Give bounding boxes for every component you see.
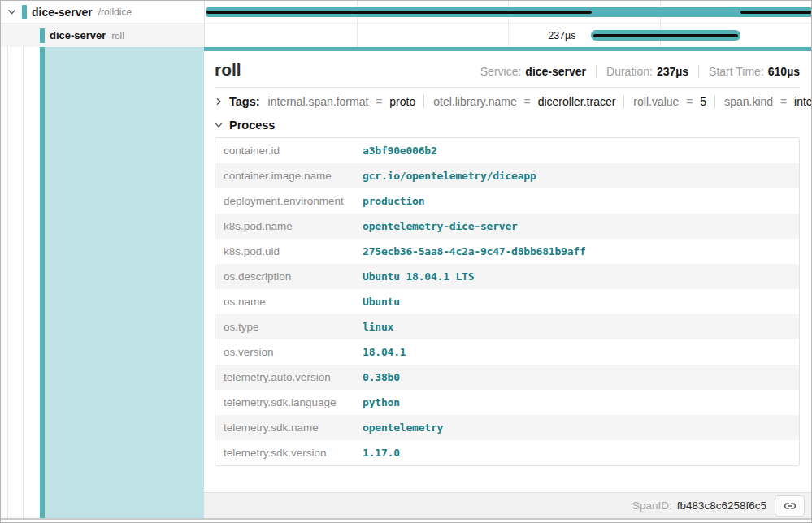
process-value: Ubuntu 18.04.1 LTS xyxy=(363,270,474,283)
meta-value: 237µs xyxy=(657,65,688,78)
table-row: os.description Ubuntu 18.04.1 LTS xyxy=(215,264,799,289)
process-key: telemetry.sdk.language xyxy=(224,396,363,408)
span-indent-column xyxy=(1,47,204,518)
tag-item: roll.value = 5 xyxy=(623,95,706,108)
process-key: container.image.name xyxy=(224,170,363,182)
table-row: telemetry.auto.version 0.38b0 xyxy=(215,365,799,390)
table-row: telemetry.sdk.language python xyxy=(215,390,799,415)
selected-span-highlight xyxy=(45,47,204,518)
tag-item: internal.span.format = proto xyxy=(268,95,416,108)
table-row: container.image.name gcr.io/opentelemetr… xyxy=(215,163,799,188)
process-value: opentelemetry xyxy=(363,421,443,434)
process-header: Process xyxy=(229,119,275,132)
process-key: telemetry.sdk.name xyxy=(224,421,363,434)
process-key: os.type xyxy=(224,321,363,333)
table-row: deployment.environment production xyxy=(215,188,799,214)
tag-value: 5 xyxy=(700,95,706,108)
process-value: 18.04.1 xyxy=(363,346,406,358)
table-row: k8s.pod.name opentelemetry-dice-server xyxy=(215,214,799,239)
process-key: os.version xyxy=(224,346,363,358)
timeline-cell: 237µs xyxy=(204,24,811,47)
process-key: k8s.pod.name xyxy=(224,220,363,232)
operation-name: roll xyxy=(111,31,124,41)
span-detail-panel: roll Service: dice-server Duration: 237µ… xyxy=(204,47,811,518)
tags-accordion[interactable]: Tags: internal.span.format = proto otel.… xyxy=(215,95,800,108)
chevron-down-icon[interactable] xyxy=(7,7,16,16)
critical-path-segment xyxy=(740,11,811,14)
process-value: opentelemetry-dice-server xyxy=(363,220,518,232)
span-title: roll xyxy=(215,60,241,80)
service-name: dice-server xyxy=(50,29,106,41)
process-value: 1.17.0 xyxy=(363,447,400,459)
span-duration-label: 237µs xyxy=(548,30,583,41)
span-tree-entry[interactable]: dice-server /rolldice xyxy=(1,1,204,23)
tag-value: diceroller.tracer xyxy=(538,95,616,108)
table-row: os.type linux xyxy=(215,314,799,339)
span-tree-entry[interactable]: dice-server roll xyxy=(1,24,204,47)
span-detail-footer: SpanID: fb483c8c6258f6c5 xyxy=(204,492,811,518)
process-key: os.description xyxy=(224,270,363,283)
process-key: os.name xyxy=(224,296,363,308)
table-row: k8s.pod.uid 275ecb36-5aa8-4c2a-9c47-d8bb… xyxy=(215,239,799,264)
service-name: dice-server xyxy=(32,6,93,19)
tag-equals: = xyxy=(686,95,693,108)
process-value: linux xyxy=(363,321,393,333)
meta-label: Start Time: xyxy=(709,65,764,78)
process-table: container.id a3bf90e006b2 container.imag… xyxy=(215,137,800,466)
meta-value: dice-server xyxy=(525,65,586,78)
span-row-roll[interactable]: dice-server roll 237µs xyxy=(1,24,811,47)
tags-header: Tags: xyxy=(229,95,260,108)
timeline-gridline xyxy=(357,24,358,47)
tag-item: otel.library.name = diceroller.tracer xyxy=(423,95,615,108)
critical-path-segment xyxy=(206,11,592,14)
span-detail-header: roll Service: dice-server Duration: 237µ… xyxy=(215,60,800,80)
spanid-value: fb483c8c6258f6c5 xyxy=(677,499,766,512)
tags-list: internal.span.format = proto otel.librar… xyxy=(268,95,811,108)
link-icon xyxy=(784,499,797,512)
span-meta-item: Start Time: 610µs xyxy=(698,65,800,78)
chevron-down-icon[interactable] xyxy=(215,121,223,129)
tag-key: internal.span.format xyxy=(268,95,369,108)
spanid-label: SpanID: xyxy=(632,499,672,512)
span-meta-item: Service: dice-server xyxy=(480,65,586,78)
timeline-gridline xyxy=(508,24,509,47)
operation-name: /rolldice xyxy=(98,6,132,18)
table-row: container.id a3bf90e006b2 xyxy=(215,138,799,163)
chevron-right-icon[interactable] xyxy=(215,97,223,106)
process-accordion[interactable]: Process xyxy=(215,119,800,132)
process-key: telemetry.sdk.version xyxy=(224,447,363,459)
table-row: os.version 18.04.1 xyxy=(215,339,799,365)
span-row-rolldice[interactable]: dice-server /rolldice xyxy=(1,1,811,24)
meta-label: Duration: xyxy=(606,65,653,78)
timeline-cell xyxy=(204,1,811,23)
meta-value: 610µs xyxy=(768,65,800,78)
process-value: production xyxy=(363,195,424,207)
tag-equals: = xyxy=(780,95,787,108)
critical-path-segment xyxy=(593,34,738,37)
window-bottom-edge xyxy=(1,518,811,523)
deep-link-button[interactable] xyxy=(775,495,805,517)
tag-equals: = xyxy=(376,95,382,108)
span-color-bar xyxy=(40,28,45,43)
process-key: telemetry.auto.version xyxy=(224,371,363,383)
tag-value: proto xyxy=(389,95,415,108)
divider xyxy=(215,87,800,88)
process-key: k8s.pod.uid xyxy=(224,245,363,257)
process-value: gcr.io/opentelemetry/diceapp xyxy=(363,170,536,182)
process-value: 0.38b0 xyxy=(363,371,400,383)
span-meta-item: Duration: 237µs xyxy=(596,65,688,78)
tag-key: span.kind xyxy=(724,95,773,108)
process-value: python xyxy=(363,396,400,408)
process-value: 275ecb36-5aa8-4c2a-9c47-d8bb681b9aff xyxy=(363,245,586,257)
tag-key: otel.library.name xyxy=(433,95,516,108)
span-detail-content: roll Service: dice-server Duration: 237µ… xyxy=(204,51,811,492)
span-meta-list: Service: dice-server Duration: 237µs Sta… xyxy=(480,65,800,78)
indent-guide xyxy=(7,47,8,518)
table-row: telemetry.sdk.version 1.17.0 xyxy=(215,440,799,465)
tag-item: span.kind = internal xyxy=(714,95,811,108)
process-key: deployment.environment xyxy=(224,195,363,207)
tag-equals: = xyxy=(524,95,531,108)
table-row: telemetry.sdk.name opentelemetry xyxy=(215,415,799,440)
meta-label: Service: xyxy=(480,65,522,78)
indent-guide xyxy=(23,47,24,518)
